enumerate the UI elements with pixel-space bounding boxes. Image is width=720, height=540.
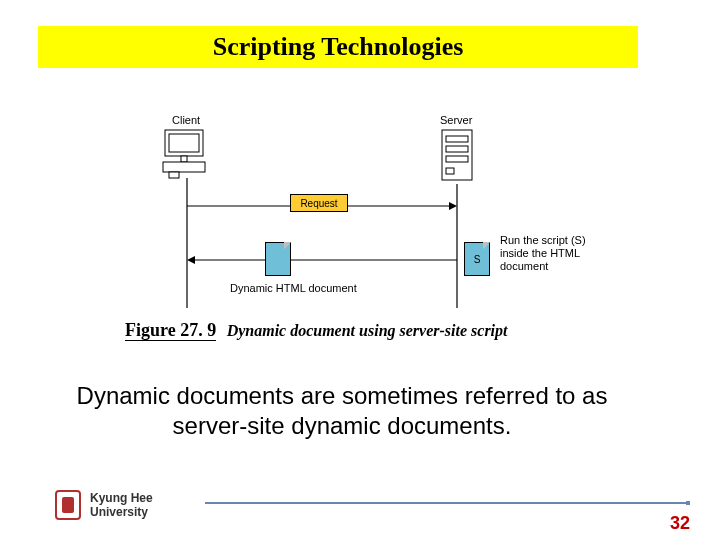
svg-rect-1 <box>169 134 199 152</box>
svg-marker-13 <box>449 202 457 210</box>
university-line2: University <box>90 505 153 519</box>
university-line1: Kyung Hee <box>90 491 153 505</box>
annotation-line2: inside the HTML <box>500 247 586 260</box>
server-label: Server <box>440 114 472 126</box>
svg-rect-8 <box>446 146 468 152</box>
university-logo-icon <box>55 490 81 520</box>
svg-rect-9 <box>446 156 468 162</box>
page-number: 32 <box>670 513 690 534</box>
svg-rect-7 <box>446 136 468 142</box>
figure-title: Dynamic document using server-site scrip… <box>227 322 508 339</box>
title-bar: Scripting Technologies <box>38 26 638 68</box>
script-doc-icon: S <box>464 242 490 276</box>
annotation-line3: document <box>500 260 586 273</box>
dynamic-doc-label: Dynamic HTML document <box>230 282 357 294</box>
annotation: Run the script (S) inside the HTML docum… <box>500 234 586 274</box>
client-computer-icon <box>155 128 219 184</box>
annotation-line1: Run the script (S) <box>500 234 586 247</box>
university-name: Kyung Hee University <box>90 491 153 520</box>
svg-rect-2 <box>181 156 187 162</box>
footer-rule <box>205 502 690 504</box>
dynamic-doc-icon <box>265 242 291 276</box>
diagram: Client Server <box>120 114 590 314</box>
svg-rect-3 <box>163 162 205 172</box>
request-label-box: Request <box>290 194 348 212</box>
svg-marker-15 <box>187 256 195 264</box>
footer: Kyung Hee University 32 <box>0 490 720 540</box>
client-lifeline <box>186 178 188 308</box>
summary-text: Dynamic documents are sometimes referred… <box>68 381 616 441</box>
script-doc-letter: S <box>464 242 490 276</box>
figure-caption: Figure 27. 9 Dynamic document using serv… <box>125 320 595 341</box>
server-tower-icon <box>438 128 478 188</box>
svg-rect-10 <box>446 168 454 174</box>
figure-number: Figure 27. 9 <box>125 320 216 341</box>
slide: Scripting Technologies Client Server <box>0 0 720 540</box>
summary-box: Dynamic documents are sometimes referred… <box>42 356 642 466</box>
request-label: Request <box>300 198 337 209</box>
slide-title: Scripting Technologies <box>213 32 464 62</box>
client-label: Client <box>172 114 200 126</box>
svg-rect-4 <box>169 172 179 178</box>
response-arrow <box>187 254 457 266</box>
